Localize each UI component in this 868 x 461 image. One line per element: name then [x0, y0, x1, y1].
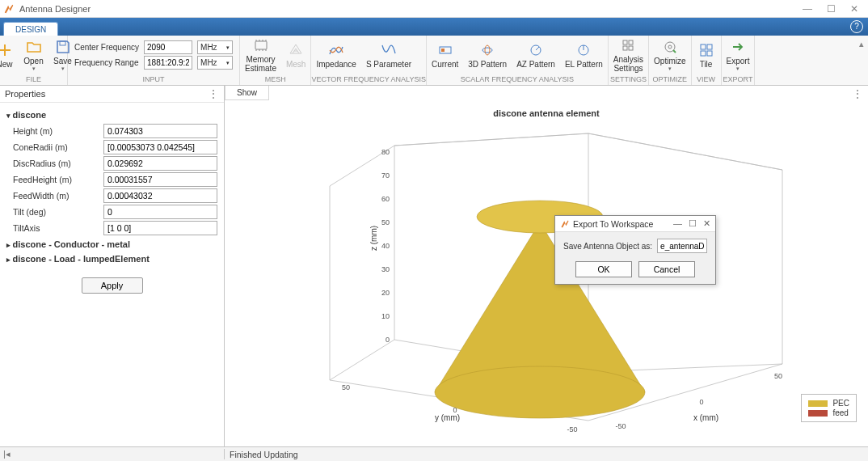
section-load[interactable]: discone - Load - lumpedElement [6, 252, 217, 266]
svg-point-13 [668, 45, 672, 49]
memory-estimate-icon [253, 37, 269, 53]
svg-rect-3 [441, 49, 445, 52]
dialog-maximize-button[interactable]: ☐ [689, 218, 697, 229]
dialog-close-button[interactable]: ✕ [703, 218, 710, 229]
open-button[interactable]: Open ▾ [19, 37, 48, 74]
current-button[interactable]: Current [427, 40, 463, 70]
export-caret-icon: ▾ [736, 66, 739, 72]
svg-rect-1 [255, 41, 267, 49]
feedwidth-label: FeedWidth (m) [13, 191, 103, 201]
dialog-logo-icon [560, 219, 570, 229]
discradius-input[interactable] [103, 156, 217, 171]
group-sfa-label: SCALAR FREQUENCY ANALYSIS [427, 74, 608, 85]
dialog-object-name-input[interactable] [657, 239, 707, 253]
group-view-label: VIEW [692, 74, 721, 85]
export-dialog: Export To Workspace — ☐ ✕ Save Antenna O… [554, 215, 716, 285]
help-button[interactable]: ? [850, 20, 863, 33]
svg-point-4 [482, 48, 492, 53]
window-maximize-button[interactable]: ☐ [824, 3, 839, 15]
group-mesh-label: MESH [240, 74, 310, 85]
status-message: Finished Updating [225, 450, 298, 459]
tile-button[interactable]: Tile [692, 40, 721, 70]
export-label: Export [727, 57, 750, 66]
az-pattern-icon [528, 42, 544, 58]
mesh-icon [288, 42, 304, 58]
optimize-icon [662, 39, 678, 55]
center-frequency-input[interactable] [144, 40, 192, 54]
svg-rect-11 [629, 46, 633, 50]
feedheight-input[interactable] [103, 172, 217, 187]
memory-estimate-button[interactable]: Memory Estimate [240, 36, 281, 74]
coneradii-input[interactable] [103, 140, 217, 154]
tab-show[interactable]: Show [225, 86, 269, 100]
feedheight-label: FeedHeight (m) [13, 175, 103, 184]
dialog-cancel-button[interactable]: Cancel [638, 261, 695, 277]
fr-unit-dropdown[interactable]: MHz▾ [197, 56, 233, 70]
svg-text:-50: -50 [567, 425, 577, 434]
open-caret-icon: ▾ [32, 66, 36, 72]
apply-button[interactable]: Apply [82, 277, 143, 294]
svg-rect-17 [707, 51, 712, 56]
group-input-label: INPUT [68, 74, 239, 85]
svg-rect-14 [701, 44, 706, 49]
group-file-label: FILE [0, 74, 67, 85]
coneradii-label: ConeRadii (m) [13, 142, 103, 152]
height-input[interactable] [103, 124, 217, 138]
tiltaxis-input[interactable] [103, 221, 217, 235]
tab-design[interactable]: DESIGN [3, 22, 58, 36]
new-icon [0, 42, 13, 58]
svg-text:10: 10 [381, 312, 390, 320]
properties-menu-button[interactable]: ⋮ [208, 90, 219, 98]
tilt-label: Tilt (deg) [13, 207, 103, 217]
impedance-label: Impedance [316, 60, 356, 69]
impedance-icon [328, 42, 344, 58]
mesh-label: Mesh [286, 60, 305, 69]
properties-panel: Properties ⋮ discone Height (m) ConeRadi… [0, 86, 225, 446]
el-pattern-label: EL Pattern [565, 60, 603, 69]
dialog-minimize-button[interactable]: — [673, 218, 682, 229]
new-label: New [0, 60, 13, 69]
window-minimize-button[interactable]: — [799, 3, 815, 15]
frequency-range-input[interactable] [144, 56, 192, 70]
svg-text:0: 0 [699, 398, 703, 406]
status-left-icon[interactable]: |◂ [0, 449, 225, 459]
current-label: Current [432, 60, 458, 69]
analysis-settings-button[interactable]: Analysis Settings [609, 36, 648, 74]
svg-text:70: 70 [381, 171, 390, 180]
optimize-label: Optimize [654, 57, 685, 66]
svg-text:30: 30 [381, 265, 390, 273]
group-settings-label: SETTINGS [609, 74, 648, 85]
cf-unit-dropdown[interactable]: MHz▾ [197, 40, 233, 54]
optimize-button[interactable]: Optimize ▾ [649, 37, 690, 74]
az-pattern-button[interactable]: AZ Pattern [512, 40, 560, 70]
sparameter-button[interactable]: S Parameter [361, 40, 416, 70]
open-icon [26, 39, 42, 55]
dialog-ok-button[interactable]: OK [575, 261, 632, 277]
collapse-ribbon-button[interactable]: ▴ [855, 36, 868, 85]
xlabel: x (mm) [693, 413, 718, 422]
canvas-menu-button[interactable]: ⋮ [852, 87, 863, 100]
svg-text:50: 50 [342, 383, 350, 391]
dialog-save-label: Save Antenna Object as: [563, 242, 652, 251]
svg-text:50: 50 [381, 218, 390, 226]
new-button[interactable]: New [0, 40, 19, 70]
svg-point-5 [485, 45, 490, 55]
group-vfa-label: VECTOR FREQUENCY ANALYSIS [311, 74, 426, 85]
height-label: Height (m) [13, 126, 103, 136]
el-pattern-button[interactable]: EL Pattern [560, 40, 608, 70]
tilt-input[interactable] [103, 205, 217, 219]
memory-estimate-l2: Estimate [245, 64, 276, 73]
fr-unit-label: MHz [200, 58, 217, 67]
feedwidth-input[interactable] [103, 188, 217, 203]
cf-unit-label: MHz [200, 43, 217, 52]
cone-base [435, 366, 645, 418]
section-conductor[interactable]: discone - Conductor - metal [6, 237, 217, 252]
window-close-button[interactable]: ✕ [847, 3, 862, 15]
properties-title: Properties [5, 89, 45, 99]
analysis-settings-l2: Settings [613, 64, 643, 73]
analysis-settings-l1: Analysis [613, 55, 643, 64]
export-button[interactable]: Export ▾ [722, 37, 755, 74]
section-discone[interactable]: discone [6, 108, 217, 122]
impedance-button[interactable]: Impedance [311, 40, 360, 70]
pattern-3d-button[interactable]: 3D Pattern [463, 40, 512, 70]
